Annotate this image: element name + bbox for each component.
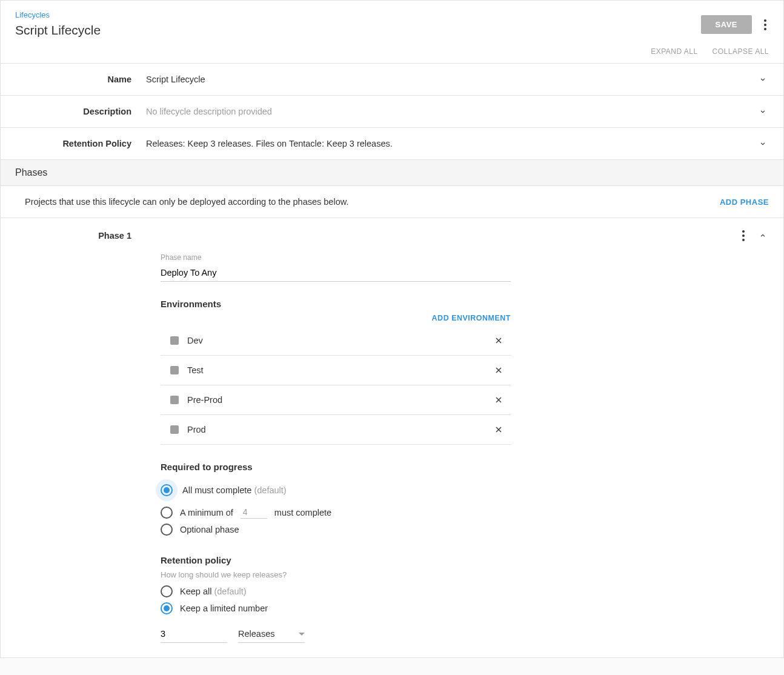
phase-id-label: Phase 1 bbox=[15, 231, 146, 241]
dropdown-arrow-icon bbox=[299, 633, 305, 636]
expand-collapse-bar: EXPAND ALL COLLAPSE ALL bbox=[1, 42, 783, 63]
phase-more-icon[interactable] bbox=[740, 228, 747, 244]
chevron-down-icon[interactable] bbox=[757, 105, 769, 118]
add-phase-button[interactable]: ADD PHASE bbox=[720, 198, 769, 207]
env-name: Pre-Prod bbox=[187, 395, 491, 405]
env-name: Test bbox=[187, 365, 491, 375]
env-chip-icon bbox=[170, 425, 179, 434]
retention-unit-select[interactable]: Releases bbox=[238, 625, 305, 643]
name-row[interactable]: Name Script Lifecycle bbox=[1, 63, 783, 95]
phase-header: Phase 1 bbox=[1, 218, 783, 253]
radio-min-suffix: must complete bbox=[274, 508, 331, 517]
radio-keep-all-label: Keep all bbox=[180, 587, 211, 596]
collapse-all-button[interactable]: COLLAPSE ALL bbox=[713, 47, 769, 56]
radio-all-label: All must complete bbox=[182, 485, 251, 495]
radio-optional[interactable] bbox=[161, 524, 173, 536]
phases-info-text: Projects that use this lifecycle can onl… bbox=[25, 197, 348, 207]
phase-name-label: Phase name bbox=[161, 253, 511, 262]
env-name: Dev bbox=[187, 336, 491, 345]
add-environment-button[interactable]: ADD ENVIRONMENT bbox=[432, 314, 511, 322]
phase-block: Phase 1 Phase name Environments ADD ENVI… bbox=[1, 218, 783, 657]
retention-value: Releases: Keep 3 releases. Files on Tent… bbox=[146, 139, 757, 148]
retention-label: Retention Policy bbox=[15, 139, 146, 148]
radio-all-must-complete[interactable] bbox=[161, 484, 173, 496]
name-label: Name bbox=[15, 75, 146, 84]
chevron-down-icon[interactable] bbox=[757, 138, 769, 150]
env-row: Pre-Prod bbox=[161, 385, 511, 415]
env-row: Test bbox=[161, 356, 511, 385]
description-label: Description bbox=[15, 107, 146, 116]
chevron-up-icon[interactable] bbox=[757, 230, 769, 242]
page-title: Script Lifecycle bbox=[15, 23, 101, 38]
environments-title: Environments bbox=[161, 299, 511, 309]
description-row[interactable]: Description No lifecycle description pro… bbox=[1, 95, 783, 127]
env-row: Dev bbox=[161, 326, 511, 356]
radio-keep-all[interactable] bbox=[161, 585, 173, 597]
phase-name-input[interactable] bbox=[161, 264, 511, 282]
more-menu-icon[interactable] bbox=[762, 17, 769, 33]
lifecycle-editor: Lifecycles Script Lifecycle SAVE EXPAND … bbox=[0, 0, 784, 658]
remove-env-icon[interactable] bbox=[491, 333, 506, 348]
page-header: Lifecycles Script Lifecycle SAVE bbox=[1, 1, 783, 42]
default-suffix: (default) bbox=[254, 485, 286, 495]
retention-count-input[interactable] bbox=[161, 625, 227, 643]
save-button[interactable]: SAVE bbox=[701, 15, 752, 34]
breadcrumb[interactable]: Lifecycles bbox=[15, 10, 101, 19]
radio-min-prefix: A minimum of bbox=[180, 508, 233, 517]
radio-keep-limited-label: Keep a limited number bbox=[180, 604, 268, 613]
retention-unit-value: Releases bbox=[238, 629, 274, 639]
default-suffix: (default) bbox=[214, 587, 246, 596]
required-title: Required to progress bbox=[161, 462, 511, 472]
env-name: Prod bbox=[187, 425, 491, 434]
name-value: Script Lifecycle bbox=[146, 75, 757, 84]
env-row: Prod bbox=[161, 415, 511, 445]
remove-env-icon[interactable] bbox=[491, 363, 506, 377]
phases-info-bar: Projects that use this lifecycle can onl… bbox=[1, 185, 783, 218]
remove-env-icon[interactable] bbox=[491, 393, 506, 407]
radio-minimum[interactable] bbox=[161, 507, 173, 519]
description-placeholder: No lifecycle description provided bbox=[146, 107, 757, 116]
radio-optional-label: Optional phase bbox=[180, 525, 239, 534]
env-chip-icon bbox=[170, 336, 179, 345]
chevron-down-icon[interactable] bbox=[757, 73, 769, 85]
phases-section-header: Phases bbox=[1, 159, 783, 185]
remove-env-icon[interactable] bbox=[491, 422, 506, 437]
expand-all-button[interactable]: EXPAND ALL bbox=[651, 47, 697, 56]
radio-keep-limited[interactable] bbox=[161, 602, 173, 614]
retention-row[interactable]: Retention Policy Releases: Keep 3 releas… bbox=[1, 127, 783, 159]
env-chip-icon bbox=[170, 366, 179, 374]
minimum-count-input[interactable] bbox=[241, 506, 267, 519]
retention-hint: How long should we keep releases? bbox=[161, 570, 511, 579]
env-chip-icon bbox=[170, 396, 179, 404]
retention-policy-title: Retention policy bbox=[161, 555, 511, 565]
